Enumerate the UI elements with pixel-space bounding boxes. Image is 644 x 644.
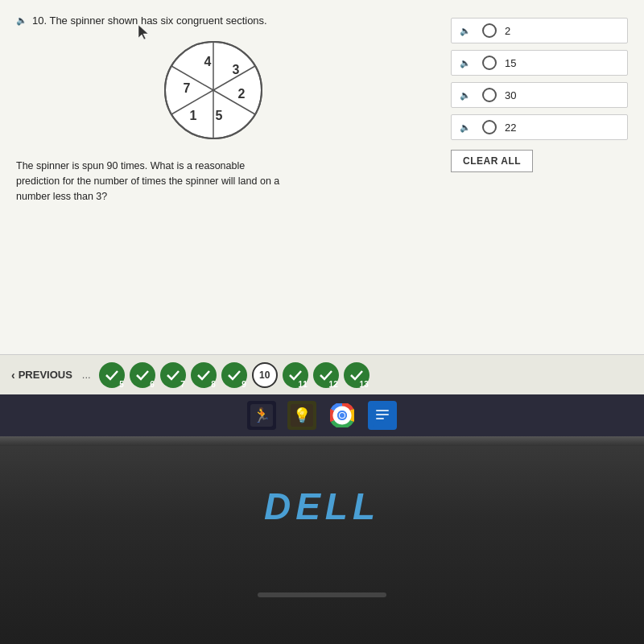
- answer-option-b[interactable]: 🔈 15: [451, 50, 628, 76]
- previous-label: PREVIOUS: [19, 369, 72, 381]
- previous-button[interactable]: ‹ PREVIOUS: [11, 369, 72, 382]
- radio-b[interactable]: [482, 56, 497, 70]
- dell-logo: DELL: [264, 485, 380, 528]
- speaker-icon-c: 🔈: [460, 90, 471, 101]
- svg-text:3: 3: [233, 63, 240, 76]
- page-num-10: 10: [259, 369, 270, 381]
- page-btn-9[interactable]: 9: [221, 362, 247, 388]
- page-num-8: 8: [211, 380, 216, 389]
- laptop-body: DELL: [0, 436, 644, 644]
- chevron-left-icon: ‹: [11, 369, 15, 382]
- speaker-btn-d[interactable]: 🔈: [456, 118, 474, 136]
- answer-value-d: 22: [505, 122, 529, 134]
- svg-text:5: 5: [216, 109, 223, 122]
- page-btn-13[interactable]: 13: [344, 362, 369, 388]
- svg-rect-33: [376, 410, 389, 411]
- page-group: 5 6 7: [99, 362, 369, 388]
- page-btn-11[interactable]: 11: [283, 362, 308, 388]
- spinner-container: 4 3 2 5 1 7: [0, 38, 435, 146]
- laptop-hinge: [0, 436, 644, 446]
- page-num-12: 12: [329, 380, 338, 389]
- page-btn-8[interactable]: 8: [191, 362, 217, 388]
- figure-icon[interactable]: 🏃: [247, 401, 276, 430]
- screen: 🔈 10. The spinner shown has six congruen…: [0, 0, 644, 394]
- cursor-arrow: [137, 23, 151, 41]
- radio-a[interactable]: [482, 23, 497, 38]
- question-header: 🔈 10. The spinner shown has six congruen…: [16, 14, 435, 27]
- speaker-icon-d: 🔈: [460, 122, 471, 133]
- svg-rect-35: [376, 418, 384, 419]
- answer-value-b: 15: [505, 57, 529, 69]
- radio-c[interactable]: [482, 88, 497, 102]
- clear-all-button[interactable]: CLEAR ALL: [451, 150, 533, 172]
- content-area: 🔈 10. The spinner shown has six congruen…: [0, 0, 644, 354]
- navigation-bar: ‹ PREVIOUS ... 5 6: [0, 354, 644, 394]
- answer-value-c: 30: [505, 89, 529, 101]
- svg-text:💡: 💡: [293, 407, 312, 424]
- speaker-icon-header[interactable]: 🔈: [16, 15, 27, 26]
- chrome-icon[interactable]: [328, 401, 357, 430]
- answer-value-a: 2: [505, 25, 529, 37]
- page-num-13: 13: [360, 380, 369, 389]
- speaker-btn-b[interactable]: 🔈: [456, 54, 474, 72]
- spinner-wheel: 4 3 2 5 1 7: [161, 38, 266, 142]
- answer-option-a[interactable]: 🔈 2: [451, 18, 628, 43]
- radio-d[interactable]: [482, 120, 497, 134]
- svg-rect-34: [376, 414, 389, 415]
- left-panel: 🔈 10. The spinner shown has six congruen…: [16, 14, 451, 346]
- docs-icon[interactable]: [368, 401, 397, 430]
- speaker-btn-a[interactable]: 🔈: [456, 22, 474, 39]
- bulb-svg: 💡: [291, 404, 313, 427]
- page-num-5: 5: [119, 380, 124, 389]
- speaker-btn-c[interactable]: 🔈: [456, 86, 474, 104]
- svg-text:1: 1: [190, 109, 197, 122]
- question-text: The spinner is spun 90 times. What is a …: [16, 159, 290, 204]
- laptop-detail: [258, 592, 386, 597]
- page-num-9: 9: [242, 380, 246, 389]
- page-num-6: 6: [150, 380, 155, 389]
- bulb-icon[interactable]: 💡: [287, 401, 316, 430]
- right-panel: 🔈 2 🔈 15 🔈 30: [451, 14, 628, 346]
- ellipsis: ...: [82, 369, 91, 381]
- svg-text:4: 4: [204, 55, 212, 68]
- svg-point-31: [340, 413, 345, 418]
- svg-text:🏃: 🏃: [253, 407, 271, 424]
- page-btn-7[interactable]: 7: [160, 362, 186, 388]
- page-btn-6[interactable]: 6: [130, 362, 155, 388]
- page-btn-5[interactable]: 5: [99, 362, 125, 388]
- speaker-icon-a: 🔈: [460, 26, 471, 36]
- answer-option-d[interactable]: 🔈 22: [451, 114, 628, 140]
- figure-svg: 🏃: [250, 404, 273, 427]
- page-btn-12[interactable]: 12: [313, 362, 339, 388]
- page-btn-10[interactable]: 10: [252, 362, 278, 388]
- page-num-7: 7: [180, 380, 185, 389]
- svg-text:2: 2: [238, 87, 246, 101]
- chrome-svg: [330, 403, 354, 427]
- page-num-11: 11: [299, 380, 308, 389]
- answer-option-c[interactable]: 🔈 30: [451, 82, 628, 108]
- svg-marker-0: [138, 25, 148, 39]
- svg-text:7: 7: [184, 81, 191, 95]
- taskbar: 🏃 💡: [0, 394, 644, 436]
- speaker-icon-b: 🔈: [460, 58, 471, 68]
- docs-svg: [373, 404, 392, 427]
